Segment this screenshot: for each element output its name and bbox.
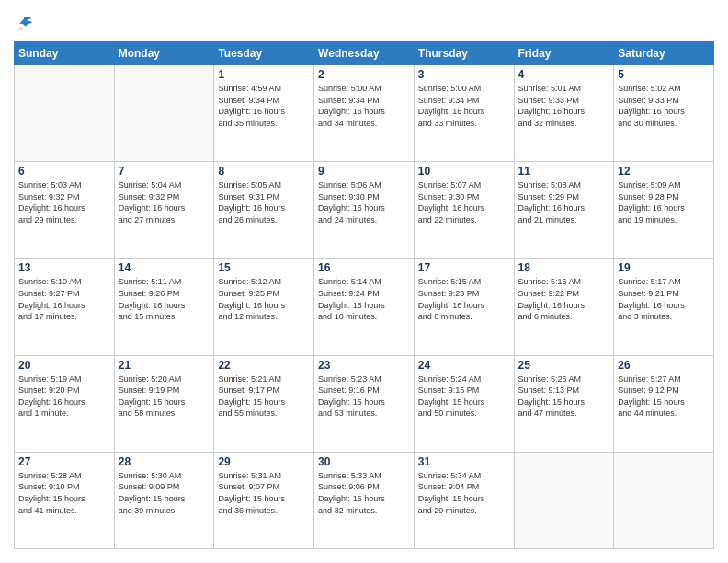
- day-info: Sunrise: 5:31 AM Sunset: 9:07 PM Dayligh…: [218, 470, 310, 516]
- day-info: Sunrise: 5:16 AM Sunset: 9:22 PM Dayligh…: [518, 276, 610, 322]
- day-number: 7: [119, 165, 210, 178]
- day-number: 14: [119, 261, 210, 274]
- day-info: Sunrise: 5:21 AM Sunset: 9:17 PM Dayligh…: [218, 373, 310, 419]
- calendar-cell: 10Sunrise: 5:07 AM Sunset: 9:30 PM Dayli…: [414, 162, 514, 259]
- day-info: Sunrise: 5:20 AM Sunset: 9:19 PM Dayligh…: [119, 373, 210, 419]
- day-info: Sunrise: 5:26 AM Sunset: 9:13 PM Dayligh…: [518, 373, 610, 419]
- calendar-cell: 31Sunrise: 5:34 AM Sunset: 9:04 PM Dayli…: [414, 452, 514, 548]
- calendar-cell: 25Sunrise: 5:26 AM Sunset: 9:13 PM Dayli…: [514, 355, 614, 452]
- day-info: Sunrise: 5:27 AM Sunset: 9:12 PM Dayligh…: [618, 373, 710, 419]
- calendar-cell: 7Sunrise: 5:04 AM Sunset: 9:32 PM Daylig…: [114, 162, 214, 259]
- day-info: Sunrise: 5:07 AM Sunset: 9:30 PM Dayligh…: [418, 179, 510, 225]
- day-info: Sunrise: 5:06 AM Sunset: 9:30 PM Dayligh…: [318, 179, 410, 225]
- day-number: 31: [418, 455, 510, 468]
- calendar-week-row: 1Sunrise: 4:59 AM Sunset: 9:34 PM Daylig…: [15, 65, 714, 162]
- weekday-header: Sunday: [15, 42, 115, 65]
- logo-wrapper: [14, 14, 36, 34]
- day-info: Sunrise: 5:04 AM Sunset: 9:32 PM Dayligh…: [119, 179, 210, 225]
- day-info: Sunrise: 5:30 AM Sunset: 9:09 PM Dayligh…: [119, 470, 210, 516]
- day-number: 9: [318, 165, 410, 178]
- calendar-week-row: 13Sunrise: 5:10 AM Sunset: 9:27 PM Dayli…: [15, 259, 714, 355]
- day-info: Sunrise: 5:10 AM Sunset: 9:27 PM Dayligh…: [18, 276, 110, 322]
- day-info: Sunrise: 5:08 AM Sunset: 9:29 PM Dayligh…: [518, 179, 610, 225]
- day-number: 23: [318, 359, 410, 372]
- day-number: 28: [119, 455, 210, 468]
- calendar-week-row: 27Sunrise: 5:28 AM Sunset: 9:10 PM Dayli…: [15, 452, 714, 548]
- calendar-cell: 13Sunrise: 5:10 AM Sunset: 9:27 PM Dayli…: [15, 259, 115, 355]
- calendar-cell: 4Sunrise: 5:01 AM Sunset: 9:33 PM Daylig…: [514, 65, 614, 162]
- calendar-cell: 1Sunrise: 4:59 AM Sunset: 9:34 PM Daylig…: [214, 65, 314, 162]
- day-info: Sunrise: 5:33 AM Sunset: 9:06 PM Dayligh…: [318, 470, 410, 516]
- weekday-header: Saturday: [614, 42, 714, 65]
- calendar-cell: 20Sunrise: 5:19 AM Sunset: 9:20 PM Dayli…: [15, 355, 115, 452]
- day-number: 25: [518, 359, 610, 372]
- calendar-cell: [514, 452, 614, 548]
- calendar-cell: 30Sunrise: 5:33 AM Sunset: 9:06 PM Dayli…: [314, 452, 415, 548]
- header: [14, 14, 714, 34]
- day-number: 19: [618, 261, 710, 274]
- weekday-header: Thursday: [414, 42, 514, 65]
- weekday-header: Tuesday: [214, 42, 314, 65]
- day-info: Sunrise: 5:23 AM Sunset: 9:16 PM Dayligh…: [318, 373, 410, 419]
- calendar-cell: [15, 65, 115, 162]
- day-number: 29: [218, 455, 310, 468]
- calendar-cell: 26Sunrise: 5:27 AM Sunset: 9:12 PM Dayli…: [614, 355, 714, 452]
- calendar-cell: 15Sunrise: 5:12 AM Sunset: 9:25 PM Dayli…: [214, 259, 314, 355]
- day-info: Sunrise: 5:14 AM Sunset: 9:24 PM Dayligh…: [318, 276, 410, 322]
- calendar-cell: 11Sunrise: 5:08 AM Sunset: 9:29 PM Dayli…: [514, 162, 614, 259]
- calendar: SundayMondayTuesdayWednesdayThursdayFrid…: [14, 41, 714, 549]
- day-number: 26: [618, 359, 710, 372]
- day-info: Sunrise: 5:00 AM Sunset: 9:34 PM Dayligh…: [418, 83, 510, 129]
- day-info: Sunrise: 5:28 AM Sunset: 9:10 PM Dayligh…: [18, 470, 110, 516]
- day-number: 12: [618, 165, 710, 178]
- calendar-cell: 5Sunrise: 5:02 AM Sunset: 9:33 PM Daylig…: [614, 65, 714, 162]
- calendar-cell: 2Sunrise: 5:00 AM Sunset: 9:34 PM Daylig…: [314, 65, 415, 162]
- day-info: Sunrise: 5:02 AM Sunset: 9:33 PM Dayligh…: [618, 83, 710, 129]
- calendar-cell: 23Sunrise: 5:23 AM Sunset: 9:16 PM Dayli…: [314, 355, 415, 452]
- day-info: Sunrise: 5:11 AM Sunset: 9:26 PM Dayligh…: [119, 276, 210, 322]
- calendar-cell: 28Sunrise: 5:30 AM Sunset: 9:09 PM Dayli…: [114, 452, 214, 548]
- calendar-cell: 22Sunrise: 5:21 AM Sunset: 9:17 PM Dayli…: [214, 355, 314, 452]
- day-info: Sunrise: 5:17 AM Sunset: 9:21 PM Dayligh…: [618, 276, 710, 322]
- calendar-cell: 8Sunrise: 5:05 AM Sunset: 9:31 PM Daylig…: [214, 162, 314, 259]
- calendar-cell: 3Sunrise: 5:00 AM Sunset: 9:34 PM Daylig…: [414, 65, 514, 162]
- weekday-header: Friday: [514, 42, 614, 65]
- day-number: 4: [518, 68, 610, 81]
- day-info: Sunrise: 5:05 AM Sunset: 9:31 PM Dayligh…: [218, 179, 310, 225]
- weekday-header-row: SundayMondayTuesdayWednesdayThursdayFrid…: [15, 42, 714, 65]
- day-info: Sunrise: 5:01 AM Sunset: 9:33 PM Dayligh…: [518, 83, 610, 129]
- day-number: 5: [618, 68, 710, 81]
- day-info: Sunrise: 5:03 AM Sunset: 9:32 PM Dayligh…: [18, 179, 110, 225]
- calendar-cell: 27Sunrise: 5:28 AM Sunset: 9:10 PM Dayli…: [15, 452, 115, 548]
- calendar-cell: 21Sunrise: 5:20 AM Sunset: 9:19 PM Dayli…: [114, 355, 214, 452]
- calendar-cell: 12Sunrise: 5:09 AM Sunset: 9:28 PM Dayli…: [614, 162, 714, 259]
- day-info: Sunrise: 5:12 AM Sunset: 9:25 PM Dayligh…: [218, 276, 310, 322]
- day-number: 21: [119, 359, 210, 372]
- calendar-cell: 14Sunrise: 5:11 AM Sunset: 9:26 PM Dayli…: [114, 259, 214, 355]
- day-info: Sunrise: 5:00 AM Sunset: 9:34 PM Dayligh…: [318, 83, 410, 129]
- calendar-cell: 17Sunrise: 5:15 AM Sunset: 9:23 PM Dayli…: [414, 259, 514, 355]
- calendar-cell: 16Sunrise: 5:14 AM Sunset: 9:24 PM Dayli…: [314, 259, 415, 355]
- day-number: 15: [218, 261, 310, 274]
- weekday-header: Monday: [114, 42, 214, 65]
- day-number: 22: [218, 359, 310, 372]
- calendar-cell: [114, 65, 214, 162]
- day-number: 18: [518, 261, 610, 274]
- day-number: 17: [418, 261, 510, 274]
- calendar-cell: 6Sunrise: 5:03 AM Sunset: 9:32 PM Daylig…: [15, 162, 115, 259]
- day-number: 24: [418, 359, 510, 372]
- day-number: 16: [318, 261, 410, 274]
- calendar-week-row: 6Sunrise: 5:03 AM Sunset: 9:32 PM Daylig…: [15, 162, 714, 259]
- day-number: 30: [318, 455, 410, 468]
- day-info: Sunrise: 5:09 AM Sunset: 9:28 PM Dayligh…: [618, 179, 710, 225]
- bird-icon: [14, 14, 34, 34]
- calendar-cell: 18Sunrise: 5:16 AM Sunset: 9:22 PM Dayli…: [514, 259, 614, 355]
- calendar-cell: 19Sunrise: 5:17 AM Sunset: 9:21 PM Dayli…: [614, 259, 714, 355]
- day-number: 2: [318, 68, 410, 81]
- day-number: 20: [18, 359, 110, 372]
- day-number: 27: [18, 455, 110, 468]
- day-number: 11: [518, 165, 610, 178]
- calendar-cell: [614, 452, 714, 548]
- day-info: Sunrise: 5:19 AM Sunset: 9:20 PM Dayligh…: [18, 373, 110, 419]
- day-number: 13: [18, 261, 110, 274]
